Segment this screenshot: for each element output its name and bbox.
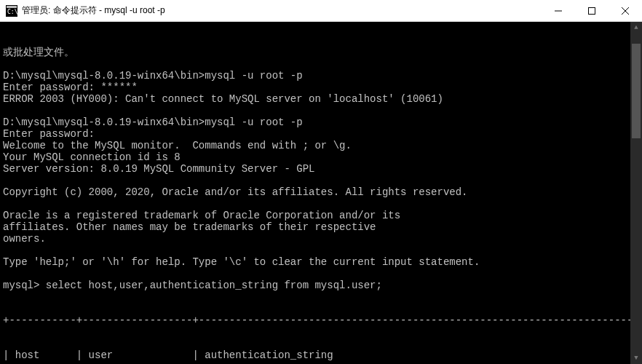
terminal-line: Server version: 8.0.19 MySQL Community S…: [3, 163, 639, 175]
terminal-line: affiliates. Other names may be trademark…: [3, 221, 639, 233]
scroll-down-arrow[interactable]: ▼: [630, 352, 642, 364]
minimize-button[interactable]: [542, 0, 575, 21]
scroll-thumb[interactable]: [632, 44, 641, 138]
terminal-line: owners.: [3, 233, 639, 245]
terminal-line: [3, 175, 639, 186]
table-header: | host | user | authentication_string |: [3, 349, 639, 361]
svg-rect-4: [589, 7, 595, 14]
table-border: +-----------+------------------+--------…: [3, 314, 639, 326]
vertical-scrollbar[interactable]: ▲ ▼: [630, 22, 642, 364]
terminal-line: Enter password:: [3, 128, 639, 140]
terminal-output[interactable]: 或批处理文件。 D:\mysql\mysql-8.0.19-winx64\bin…: [0, 22, 642, 364]
terminal-line: Copyright (c) 2000, 2020, Oracle and/or …: [3, 186, 639, 198]
terminal-line: Enter password: ******: [3, 82, 639, 93]
terminal-line: ERROR 2003 (HY000): Can't connect to MyS…: [3, 93, 639, 105]
cmd-icon: C:\: [6, 5, 17, 17]
terminal-line: [3, 245, 639, 256]
svg-text:C:\: C:\: [7, 9, 17, 15]
terminal-line: 或批处理文件。: [3, 47, 639, 58]
terminal-line: Your MySQL connection id is 8: [3, 151, 639, 163]
maximize-button[interactable]: [575, 0, 609, 21]
terminal-line: [3, 105, 639, 116]
terminal-line: [3, 268, 639, 280]
scroll-up-arrow[interactable]: ▲: [630, 22, 642, 33]
window-controls: [542, 0, 642, 21]
terminal-line: Type 'help;' or '\h' for help. Type '\c'…: [3, 256, 639, 268]
window-titlebar: C:\ 管理员: 命令提示符 - mysql -u root -p: [0, 0, 642, 22]
terminal-line: Oracle is a registered trademark of Orac…: [3, 210, 639, 221]
window-title: 管理员: 命令提示符 - mysql -u root -p: [22, 4, 165, 17]
close-button[interactable]: [609, 0, 642, 21]
terminal-line: mysql> select host,user,authentication_s…: [3, 280, 639, 291]
terminal-line: Welcome to the MySQL monitor. Commands e…: [3, 140, 639, 151]
terminal-line: [3, 198, 639, 210]
svg-rect-1: [7, 6, 17, 8]
terminal-line: D:\mysql\mysql-8.0.19-winx64\bin>mysql -…: [3, 116, 639, 128]
terminal-line: D:\mysql\mysql-8.0.19-winx64\bin>mysql -…: [3, 70, 639, 82]
terminal-line: [3, 58, 639, 70]
